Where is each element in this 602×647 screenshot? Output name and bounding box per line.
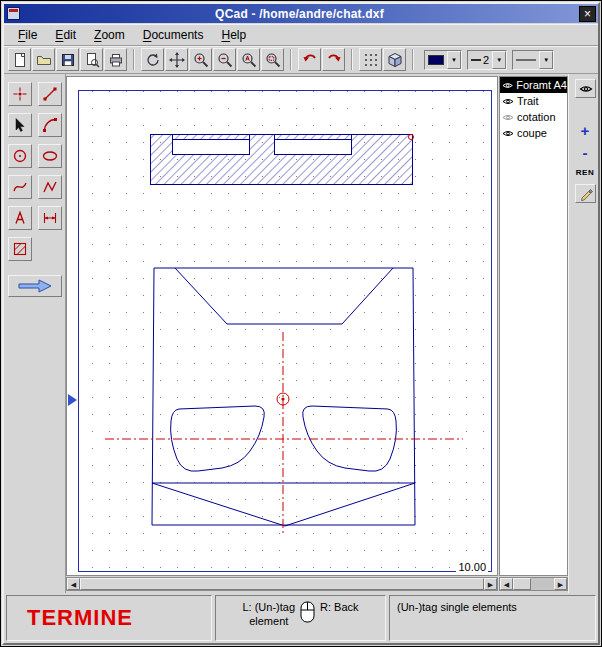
layer-name: Trait (517, 95, 539, 107)
line-width-value: 2 (483, 54, 489, 66)
grid-toggle-button[interactable] (359, 48, 382, 71)
scroll-right-button[interactable]: ▶ (484, 578, 497, 590)
layer-list: Foramt A4 Trait cotation coupe (499, 76, 568, 576)
layer-row-cotation[interactable]: cotation (500, 109, 567, 125)
edit-layer-button[interactable] (575, 184, 596, 203)
section-view (151, 135, 414, 185)
printer-icon (108, 52, 124, 68)
scroll-track[interactable] (531, 578, 554, 590)
width-sample-icon (471, 58, 481, 62)
tool-texts-button[interactable] (8, 206, 32, 230)
toolbar-separator (287, 49, 295, 70)
tool-arcs-button[interactable] (38, 113, 62, 137)
action-hint-panel: (Un-)tag single elements (389, 595, 596, 641)
mouse-icon (300, 601, 315, 623)
menu-edit[interactable]: Edit (46, 25, 85, 45)
line-width-combobox[interactable]: 2 ▼ (467, 50, 507, 70)
menu-file[interactable]: File (9, 25, 46, 45)
chevron-down-icon[interactable]: ▼ (492, 51, 506, 69)
color-combobox[interactable]: ▼ (424, 50, 462, 70)
print-button[interactable] (104, 48, 127, 71)
splines-tool-icon (12, 179, 28, 195)
rename-layer-button[interactable]: REN (569, 168, 601, 177)
titlebar[interactable]: QCad - /home/andre/chat.dxf × (4, 4, 598, 23)
toolbar: ▼ 2 ▼ ▼ (4, 46, 598, 74)
layer-row-coupe[interactable]: coupe (500, 125, 567, 141)
menu-documents-rest: ocuments (151, 28, 203, 42)
zoom-auto-button[interactable] (237, 48, 260, 71)
menu-documents[interactable]: Documents (134, 25, 213, 45)
dimensions-tool-icon (42, 210, 58, 226)
drawing-canvas[interactable]: 10.00 (66, 76, 498, 576)
zoom-redraw-button[interactable] (141, 48, 164, 71)
layer-list-hscrollbar[interactable]: ◀ ▶ (499, 577, 568, 591)
print-preview-button[interactable] (80, 48, 103, 71)
zoom-in-button[interactable] (189, 48, 212, 71)
menu-help[interactable]: Help (212, 25, 255, 45)
line-style-combobox[interactable]: ▼ (512, 50, 554, 70)
zoom-window-icon (265, 52, 281, 68)
scroll-thumb[interactable] (80, 578, 484, 590)
chevron-down-icon[interactable]: ▼ (447, 51, 461, 69)
circles-tool-icon (12, 148, 28, 164)
zoom-pan-button[interactable] (165, 48, 188, 71)
left-hint-line1: L: (Un-)tag (242, 601, 295, 615)
scroll-right-button[interactable]: ▶ (554, 578, 567, 590)
remove-layer-button[interactable]: - (569, 144, 601, 161)
tool-lines-button[interactable] (38, 82, 62, 106)
open-document-button[interactable] (32, 48, 55, 71)
scroll-left-button[interactable]: ◀ (67, 578, 80, 590)
toggle-layer-visibility-button[interactable] (575, 79, 596, 98)
left-eye-outline (171, 406, 265, 471)
tool-select-button[interactable] (8, 113, 32, 137)
command-status-panel: TERMINE (6, 595, 212, 641)
toolbar-separator (130, 49, 138, 70)
texts-tool-icon (12, 210, 28, 226)
eye-icon[interactable] (502, 97, 514, 106)
close-button[interactable]: × (579, 6, 596, 22)
canvas-hscrollbar[interactable]: ◀ ▶ (66, 577, 498, 591)
tool-hatches-button[interactable] (8, 237, 32, 261)
layer-row-format-a4[interactable]: Foramt A4 (500, 77, 567, 93)
tool-ellipses-button[interactable] (38, 144, 62, 168)
zoom-out-icon (217, 52, 233, 68)
scroll-thumb[interactable] (513, 578, 531, 590)
add-layer-button[interactable]: + (569, 122, 601, 139)
grid-size-label: 10.00 (456, 561, 488, 573)
undo-icon (302, 52, 318, 68)
mouse-hint-panel: L: (Un-)tag element R: Back (215, 595, 386, 641)
eye-icon[interactable] (502, 113, 514, 122)
eye-icon[interactable] (502, 81, 513, 90)
tool-menu-forward-button[interactable] (8, 275, 62, 297)
redo-button[interactable] (322, 48, 345, 71)
redo-icon (326, 52, 342, 68)
zoom-auto-icon (241, 52, 257, 68)
cad-tool-panel (4, 74, 66, 593)
grid-icon (363, 52, 379, 68)
isometric-view-button[interactable] (383, 48, 406, 71)
eye-icon[interactable] (502, 129, 514, 138)
chevron-down-icon[interactable]: ▼ (539, 51, 553, 69)
tool-dimensions-button[interactable] (38, 206, 62, 230)
points-tool-icon (12, 86, 28, 102)
tool-points-button[interactable] (8, 82, 32, 106)
action-hint-text: (Un-)tag single elements (397, 601, 517, 613)
command-status-text: TERMINE (27, 605, 133, 631)
layer-row-trait[interactable]: Trait (500, 93, 567, 109)
save-document-button[interactable] (56, 48, 79, 71)
right-button-hint: R: Back (320, 601, 359, 640)
zoom-out-button[interactable] (213, 48, 236, 71)
tool-splines-button[interactable] (8, 175, 32, 199)
new-document-button[interactable] (8, 48, 31, 71)
menu-file-rest: ile (25, 28, 37, 42)
tool-polylines-button[interactable] (38, 175, 62, 199)
app-icon[interactable] (7, 7, 20, 20)
line-style-sample-icon (516, 58, 536, 62)
pan-icon (169, 52, 185, 68)
zoom-window-button[interactable] (261, 48, 284, 71)
scroll-left-button[interactable]: ◀ (500, 578, 513, 590)
menu-zoom[interactable]: Zoom (85, 25, 134, 45)
undo-button[interactable] (298, 48, 321, 71)
select-arrow-icon (12, 117, 28, 133)
tool-circles-button[interactable] (8, 144, 32, 168)
